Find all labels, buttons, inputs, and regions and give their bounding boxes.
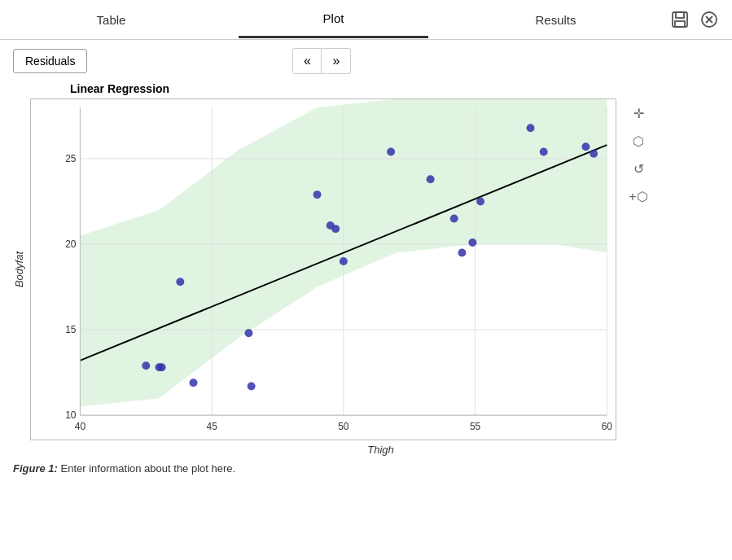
svg-point-24 bbox=[313, 190, 322, 199]
svg-point-21 bbox=[190, 378, 198, 387]
svg-point-29 bbox=[427, 175, 435, 183]
svg-rect-2 bbox=[675, 21, 685, 27]
svg-point-22 bbox=[244, 329, 252, 337]
svg-text:10: 10 bbox=[65, 409, 77, 421]
svg-point-37 bbox=[590, 150, 598, 158]
svg-point-32 bbox=[468, 238, 476, 247]
add-tool-button[interactable]: +⬡ bbox=[627, 185, 650, 208]
svg-point-31 bbox=[458, 249, 466, 257]
svg-text:40: 40 bbox=[75, 421, 86, 432]
svg-point-36 bbox=[581, 142, 590, 151]
save-button[interactable] bbox=[667, 7, 693, 33]
figure-label: Figure 1: bbox=[13, 462, 58, 475]
svg-point-20 bbox=[176, 278, 184, 286]
x-axis-label: Thigh bbox=[70, 444, 691, 456]
nav-buttons: « » bbox=[292, 48, 351, 74]
svg-point-23 bbox=[248, 382, 256, 390]
svg-point-34 bbox=[527, 124, 535, 132]
plot-title: Linear Regression bbox=[70, 82, 691, 95]
svg-point-26 bbox=[331, 225, 340, 233]
nav-prev-button[interactable]: « bbox=[292, 48, 322, 74]
svg-text:60: 60 bbox=[602, 421, 613, 432]
y-axis-label: Bodyfat bbox=[13, 252, 25, 287]
svg-point-30 bbox=[450, 215, 458, 223]
svg-text:50: 50 bbox=[338, 421, 349, 432]
figure-caption: Figure 1: Enter information about the pl… bbox=[13, 462, 719, 475]
svg-text:55: 55 bbox=[470, 421, 481, 432]
residuals-button[interactable]: Residuals bbox=[13, 49, 87, 73]
svg-text:25: 25 bbox=[65, 153, 77, 164]
tab-bar: Table Plot Results bbox=[0, 0, 732, 40]
figure-text: Enter information about the plot here. bbox=[58, 462, 235, 475]
close-button[interactable] bbox=[696, 7, 722, 33]
nav-next-button[interactable]: » bbox=[322, 48, 351, 74]
plot-area[interactable]: 4045505560 10152025 ✛ ⬡ ↺ +⬡ bbox=[30, 98, 616, 440]
svg-point-33 bbox=[476, 198, 484, 206]
svg-point-27 bbox=[340, 257, 348, 265]
svg-point-17 bbox=[142, 361, 150, 370]
svg-text:45: 45 bbox=[207, 421, 218, 432]
svg-rect-1 bbox=[676, 12, 684, 18]
tab-results[interactable]: Results bbox=[445, 0, 667, 40]
plot-svg[interactable]: 4045505560 10152025 bbox=[30, 98, 616, 440]
plot-wrapper: Bodyfat 4045505560 10152025 bbox=[13, 98, 691, 440]
reset-tool-button[interactable]: ↺ bbox=[627, 157, 650, 180]
plot-controls: ✛ ⬡ ↺ +⬡ bbox=[624, 98, 653, 211]
svg-text:15: 15 bbox=[65, 324, 77, 335]
select-tool-button[interactable]: ⬡ bbox=[627, 129, 650, 152]
move-tool-button[interactable]: ✛ bbox=[627, 102, 650, 125]
svg-point-28 bbox=[387, 148, 395, 156]
svg-text:20: 20 bbox=[65, 238, 77, 250]
tab-plot[interactable]: Plot bbox=[222, 0, 445, 41]
tab-table[interactable]: Table bbox=[0, 0, 222, 40]
plot-container: Linear Regression Bodyfat 4045505560 bbox=[0, 82, 732, 456]
tab-icons bbox=[667, 7, 732, 33]
toolbar: Residuals « » bbox=[0, 40, 732, 82]
svg-point-35 bbox=[540, 148, 548, 156]
svg-point-19 bbox=[155, 363, 163, 371]
